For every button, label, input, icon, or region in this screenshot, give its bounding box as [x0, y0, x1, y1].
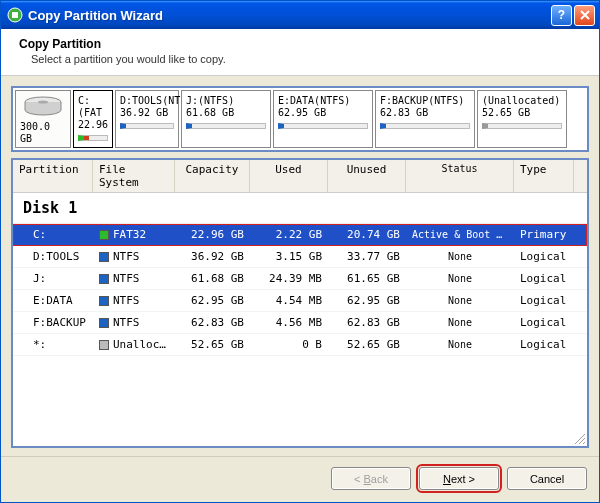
- cell-unused: 52.65 GB: [328, 338, 406, 351]
- wizard-header: Copy Partition Select a partition you wo…: [1, 29, 599, 76]
- next-button[interactable]: Next >: [419, 467, 499, 490]
- map-cell-size: 36.92 GB: [120, 107, 174, 119]
- map-cell-size: 62.95 GB: [278, 107, 368, 119]
- cell-used: 2.22 GB: [250, 228, 328, 241]
- map-cell-name: (Unallocated): [482, 95, 562, 107]
- app-icon: [7, 7, 23, 23]
- fs-color-icon: [99, 252, 109, 262]
- cell-partition: *:: [13, 338, 93, 351]
- cell-partition: E:DATA: [13, 294, 93, 307]
- wizard-window: Copy Partition Wizard ? Copy Partition S…: [0, 0, 600, 503]
- disk-map-cell[interactable]: F:BACKUP(NTFS)62.83 GB: [375, 90, 475, 148]
- disk-map-cell[interactable]: (Unallocated)52.65 GB: [477, 90, 567, 148]
- cell-capacity: 52.65 GB: [175, 338, 250, 351]
- cell-filesystem: NTFS: [93, 272, 175, 285]
- map-cell-usage-bar: [380, 123, 470, 129]
- back-button[interactable]: < Back: [331, 467, 411, 490]
- cell-unused: 33.77 GB: [328, 250, 406, 263]
- page-title: Copy Partition: [19, 37, 583, 51]
- disk-group-row[interactable]: Disk 1: [13, 193, 587, 224]
- cell-unused: 62.83 GB: [328, 316, 406, 329]
- map-cell-name: C:(FAT: [78, 95, 108, 119]
- cell-capacity: 62.83 GB: [175, 316, 250, 329]
- cell-partition: F:BACKUP: [13, 316, 93, 329]
- map-cell-usage-bar: [78, 135, 108, 141]
- cancel-button[interactable]: Cancel: [507, 467, 587, 490]
- col-unused[interactable]: Unused: [328, 160, 406, 192]
- map-cell-size: 52.65 GB: [482, 107, 562, 119]
- table-header: Partition File System Capacity Used Unus…: [13, 160, 587, 193]
- cell-type: Logical: [514, 250, 574, 263]
- cell-filesystem: NTFS: [93, 316, 175, 329]
- map-cell-usage-bar: [278, 123, 368, 129]
- col-status[interactable]: Status: [406, 160, 514, 192]
- map-cell-name: F:BACKUP(NTFS): [380, 95, 470, 107]
- map-cell-name: J:(NTFS): [186, 95, 266, 107]
- cell-type: Logical: [514, 316, 574, 329]
- cell-filesystem: NTFS: [93, 294, 175, 307]
- cell-capacity: 61.68 GB: [175, 272, 250, 285]
- cell-capacity: 36.92 GB: [175, 250, 250, 263]
- col-type[interactable]: Type: [514, 160, 574, 192]
- disk-map-cell[interactable]: E:DATA(NTFS)62.95 GB: [273, 90, 373, 148]
- cell-capacity: 62.95 GB: [175, 294, 250, 307]
- window-title: Copy Partition Wizard: [28, 8, 549, 23]
- cell-type: Logical: [514, 272, 574, 285]
- disk-map-cell[interactable]: C:(FAT22.96: [73, 90, 113, 148]
- cell-status: None: [406, 273, 514, 284]
- cell-status: None: [406, 251, 514, 262]
- table-row[interactable]: E:DATANTFS62.95 GB4.54 MB62.95 GBNoneLog…: [13, 290, 587, 312]
- cell-capacity: 22.96 GB: [175, 228, 250, 241]
- col-partition[interactable]: Partition: [13, 160, 93, 192]
- titlebar: Copy Partition Wizard ?: [1, 1, 599, 29]
- col-used[interactable]: Used: [250, 160, 328, 192]
- disk-map-cell[interactable]: D:TOOLS(NT36.92 GB: [115, 90, 179, 148]
- cell-type: Primary: [514, 228, 574, 241]
- cell-partition: D:TOOLS: [13, 250, 93, 263]
- cell-used: 24.39 MB: [250, 272, 328, 285]
- svg-point-3: [38, 101, 48, 104]
- svg-rect-1: [12, 12, 18, 18]
- table-row[interactable]: J:NTFS61.68 GB24.39 MB61.65 GBNoneLogica…: [13, 268, 587, 290]
- harddisk-icon: [22, 95, 64, 119]
- disk-size-label: 300.0 GB: [20, 121, 66, 145]
- cell-partition: J:: [13, 272, 93, 285]
- fs-color-icon: [99, 340, 109, 350]
- cell-unused: 20.74 GB: [328, 228, 406, 241]
- partition-table: Partition File System Capacity Used Unus…: [11, 158, 589, 448]
- resize-grip-icon[interactable]: [13, 432, 587, 446]
- cell-type: Logical: [514, 294, 574, 307]
- cell-type: Logical: [514, 338, 574, 351]
- cell-used: 0 B: [250, 338, 328, 351]
- cell-filesystem: NTFS: [93, 250, 175, 263]
- disk-overview-cell[interactable]: 300.0 GB: [15, 90, 71, 148]
- close-button[interactable]: [574, 5, 595, 26]
- map-cell-usage-bar: [186, 123, 266, 129]
- wizard-footer: < Back Next > Cancel: [1, 456, 599, 502]
- cell-unused: 62.95 GB: [328, 294, 406, 307]
- map-cell-usage-bar: [482, 123, 562, 129]
- map-cell-size: 62.83 GB: [380, 107, 470, 119]
- table-row[interactable]: F:BACKUPNTFS62.83 GB4.56 MB62.83 GBNoneL…: [13, 312, 587, 334]
- cell-status: Active & Boot & System: [406, 229, 514, 240]
- page-subtitle: Select a partition you would like to cop…: [19, 53, 583, 65]
- cell-used: 3.15 GB: [250, 250, 328, 263]
- cell-status: None: [406, 317, 514, 328]
- content-area: 300.0 GB C:(FAT22.96D:TOOLS(NT36.92 GBJ:…: [1, 76, 599, 456]
- table-row[interactable]: D:TOOLSNTFS36.92 GB3.15 GB33.77 GBNoneLo…: [13, 246, 587, 268]
- cell-partition: C:: [13, 228, 93, 241]
- fs-color-icon: [99, 274, 109, 284]
- col-capacity[interactable]: Capacity: [175, 160, 250, 192]
- col-filesystem[interactable]: File System: [93, 160, 175, 192]
- cell-filesystem: Unalloc…: [93, 338, 175, 351]
- disk-map-cell[interactable]: J:(NTFS)61.68 GB: [181, 90, 271, 148]
- map-cell-usage-bar: [120, 123, 174, 129]
- map-cell-size: 22.96: [78, 119, 108, 131]
- fs-color-icon: [99, 296, 109, 306]
- fs-color-icon: [99, 230, 109, 240]
- cell-used: 4.54 MB: [250, 294, 328, 307]
- cell-status: None: [406, 339, 514, 350]
- table-row[interactable]: *:Unalloc…52.65 GB0 B52.65 GBNoneLogical: [13, 334, 587, 356]
- table-row[interactable]: C:FAT3222.96 GB2.22 GB20.74 GBActive & B…: [13, 224, 587, 246]
- help-button[interactable]: ?: [551, 5, 572, 26]
